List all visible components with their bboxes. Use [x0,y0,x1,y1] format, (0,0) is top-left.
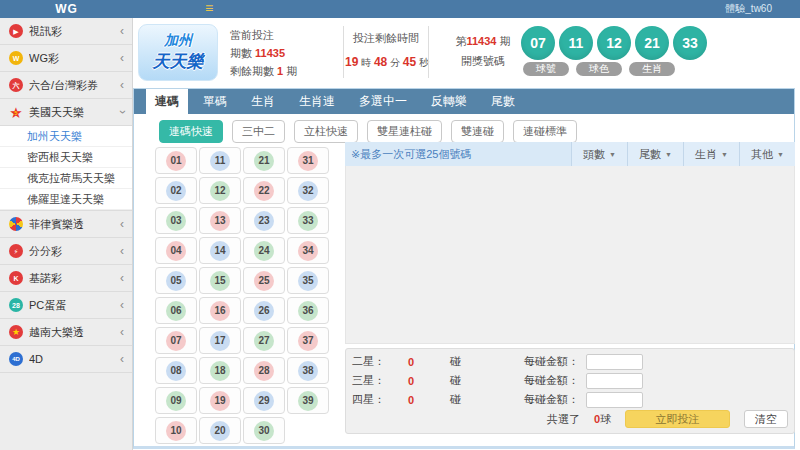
filter-dropdown-1[interactable]: 頭數▼ [571,142,627,166]
filter-label: 生肖 [695,147,717,162]
dropdown-arrow-icon: ▼ [721,151,728,158]
number-cell-34[interactable]: 34 [287,237,329,264]
number-cell-25[interactable]: 25 [243,267,285,294]
sidebar-item-label: 越南大樂透 [29,325,114,340]
number-cell-33[interactable]: 33 [287,207,329,234]
number-cell-02[interactable]: 02 [155,177,197,204]
play-mode-button-6[interactable]: 連碰標準 [513,120,577,143]
sidebar-subitem-1[interactable]: 加州天天樂 [0,126,132,147]
number-cell-17[interactable]: 17 [199,327,241,354]
filter-dropdown-2[interactable]: 尾數▼ [627,142,683,166]
sidebar-item-pc28[interactable]: 28PC蛋蛋‹ [0,292,132,319]
sidebar-subitem-3[interactable]: 俄克拉荷馬天天樂 [0,168,132,189]
sidebar-item-video[interactable]: ▶視訊彩‹ [0,18,132,45]
number-cell-16[interactable]: 16 [199,297,241,324]
number-cell-09[interactable]: 09 [155,387,197,414]
sidebar-subitem-2[interactable]: 密西根天天樂 [0,147,132,168]
number-cell-22[interactable]: 22 [243,177,285,204]
countdown-number: 19 [345,55,358,69]
number-ball: 05 [166,271,186,291]
number-cell-36[interactable]: 36 [287,297,329,324]
number-cell-37[interactable]: 37 [287,327,329,354]
number-cell-26[interactable]: 26 [243,297,285,324]
period-number: 11435 [255,47,285,59]
number-cell-32[interactable]: 32 [287,177,329,204]
tab-1[interactable]: 連碼 [146,89,188,114]
filter-dropdown-3[interactable]: 生肖▼ [683,142,739,166]
number-cell-01[interactable]: 01 [155,147,197,174]
number-cell-27[interactable]: 27 [243,327,285,354]
number-cell-10[interactable]: 10 [155,417,197,444]
clear-button[interactable]: 清空 [744,410,788,428]
number-cell-35[interactable]: 35 [287,267,329,294]
number-cell-29[interactable]: 29 [243,387,285,414]
lightning-icon: ⚡ [9,244,23,258]
logo-line1: 加州 [164,32,192,50]
sidebar-item-philippines[interactable]: 菲律賓樂透‹ [0,211,132,238]
number-cell-20[interactable]: 20 [199,417,241,444]
play-mode-button-4[interactable]: 雙星連柱碰 [367,120,442,143]
play-mode-button-1[interactable]: 連碼快速 [159,120,223,143]
number-cell-05[interactable]: 05 [155,267,197,294]
hamburger-menu-icon[interactable]: ≡ [205,0,213,17]
sidebar-item-usa-lotto[interactable]: ★5美國天天樂‹ [0,99,132,126]
sidebar-item-4d[interactable]: 4D4D‹ [0,346,132,373]
tab-7[interactable]: 尾數 [482,89,524,114]
sidebar-item-liuhe[interactable]: 六六合/台灣彩券‹ [0,72,132,99]
number-ball: 35 [298,271,318,291]
sidebar-item-vietnam[interactable]: ★越南大樂透‹ [0,319,132,346]
number-cell-04[interactable]: 04 [155,237,197,264]
result-toggle-3[interactable]: 生肖 [629,62,675,76]
tab-6[interactable]: 反轉樂 [422,89,476,114]
sidebar-subitem-4[interactable]: 佛羅里達天天樂 [0,189,132,210]
number-cell-12[interactable]: 12 [199,177,241,204]
number-cell-21[interactable]: 21 [243,147,285,174]
sidebar-item-keno[interactable]: K基諾彩‹ [0,265,132,292]
tab-2[interactable]: 單碼 [194,89,236,114]
number-cell-18[interactable]: 18 [199,357,241,384]
bet-amount-panel: 二星：0碰每碰金額：三星：0碰每碰金額：四星：0碰每碰金額： 共選了 0球 立即… [345,348,795,434]
brand-logo[interactable]: WG [0,0,133,18]
submit-bet-button[interactable]: 立即投注 [625,410,730,428]
number-ball: 08 [166,361,186,381]
number-cell-24[interactable]: 24 [243,237,285,264]
play-mode-button-5[interactable]: 雙連碰 [451,120,504,143]
number-cell-28[interactable]: 28 [243,357,285,384]
number-cell-19[interactable]: 19 [199,387,241,414]
number-ball: 06 [166,301,186,321]
number-cell-15[interactable]: 15 [199,267,241,294]
bet-amount-input-3[interactable] [586,392,643,408]
divider [428,26,429,78]
bet-amount-input-2[interactable] [586,373,643,389]
number-ball: 17 [210,331,230,351]
bet-footer: 共選了 0球 立即投注 清空 [547,410,788,428]
play-mode-button-3[interactable]: 立柱快速 [294,120,358,143]
number-cell-14[interactable]: 14 [199,237,241,264]
tab-4[interactable]: 生肖連 [290,89,344,114]
username-label[interactable]: 體驗_tw60 [725,0,772,18]
number-cell-07[interactable]: 07 [155,327,197,354]
sidebar-item-label: 基諾彩 [29,271,114,286]
result-toggle-1[interactable]: 球號 [523,62,569,76]
tab-5[interactable]: 多選中一 [350,89,416,114]
number-cell-11[interactable]: 11 [199,147,241,174]
tab-3[interactable]: 生肖 [242,89,284,114]
filter-dropdown-4[interactable]: 其他▼ [739,142,795,166]
number-cell-13[interactable]: 13 [199,207,241,234]
bet-amount-input-1[interactable] [586,354,643,370]
number-cell-03[interactable]: 03 [155,207,197,234]
number-cell-39[interactable]: 39 [287,387,329,414]
number-cell-38[interactable]: 38 [287,357,329,384]
sidebar-item-wg[interactable]: WWG彩‹ [0,45,132,72]
number-cell-31[interactable]: 31 [287,147,329,174]
number-cell-30[interactable]: 30 [243,417,285,444]
number-cell-06[interactable]: 06 [155,297,197,324]
number-ball: 37 [298,331,318,351]
pc28-icon: 28 [9,298,23,312]
divider [343,26,344,78]
play-mode-button-2[interactable]: 三中二 [232,120,285,143]
result-toggle-2[interactable]: 球色 [576,62,622,76]
number-cell-23[interactable]: 23 [243,207,285,234]
sidebar-item-ffc[interactable]: ⚡分分彩‹ [0,238,132,265]
number-cell-08[interactable]: 08 [155,357,197,384]
